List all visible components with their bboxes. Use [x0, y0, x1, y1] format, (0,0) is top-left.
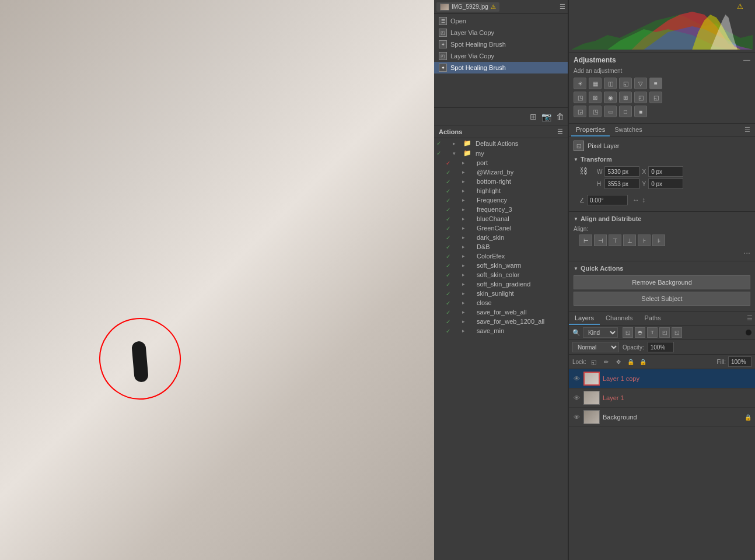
- adj-levels[interactable]: ▦: [589, 78, 602, 89]
- action-group-item[interactable]: ✓ ▸ ColorEfex: [434, 251, 568, 261]
- remove-background-btn[interactable]: Remove Background: [574, 275, 750, 289]
- adj-bw[interactable]: ⊠: [589, 92, 602, 103]
- action-group-item[interactable]: ✓ ▸ Frequency: [434, 195, 568, 205]
- align-right[interactable]: ⊤: [609, 235, 621, 246]
- action-group-item[interactable]: ✓ ▸ bottom-right: [434, 177, 568, 186]
- properties-menu[interactable]: ☰: [742, 124, 753, 136]
- tab-properties[interactable]: Properties: [571, 124, 610, 136]
- align-bottom[interactable]: ⊧: [652, 235, 665, 246]
- align-more[interactable]: ···: [574, 248, 750, 257]
- action-group-item[interactable]: ✓ ▸ skin_sunlight: [434, 289, 568, 298]
- transform-heading[interactable]: ▼ Transform: [574, 156, 750, 163]
- align-heading[interactable]: ▼ Align and Distribute: [574, 215, 750, 222]
- align-left[interactable]: ⊢: [579, 235, 592, 246]
- history-item[interactable]: ◰ Layer Via Copy: [434, 50, 568, 62]
- adj-brightness[interactable]: ☀: [574, 78, 586, 89]
- action-group-item[interactable]: ✓ ▸ soft_skin_warm: [434, 261, 568, 270]
- adj-hue[interactable]: ≡: [649, 78, 662, 89]
- select-subject-btn[interactable]: Select Subject: [574, 292, 750, 306]
- action-group-item[interactable]: ✓ ▸ save_min: [434, 326, 568, 335]
- tab-channels[interactable]: Channels: [600, 312, 638, 325]
- layer-visibility[interactable]: 👁: [572, 394, 581, 402]
- adj-invert[interactable]: ◱: [649, 92, 662, 103]
- action-group-item[interactable]: ✓ ▸ soft_skin_color: [434, 270, 568, 279]
- align-top[interactable]: ⊥: [623, 235, 636, 246]
- x-input[interactable]: [648, 166, 683, 177]
- action-group-item[interactable]: ✓ ▸ D&B: [434, 242, 568, 251]
- flip-icon[interactable]: ↔: [632, 196, 639, 204]
- actions-menu-icon[interactable]: ☰: [557, 128, 563, 135]
- history-item[interactable]: ◰ Layer Via Copy: [434, 27, 568, 38]
- adj-selective-color[interactable]: □: [619, 106, 632, 117]
- filter-toggle-dot[interactable]: [746, 330, 751, 335]
- action-group-item[interactable]: ✓ ▸ highlight: [434, 186, 568, 195]
- y-input[interactable]: [648, 178, 683, 189]
- adj-photo-filter[interactable]: ◉: [604, 92, 617, 103]
- adj-color-lookup[interactable]: ◰: [634, 92, 647, 103]
- layers-menu[interactable]: ☰: [744, 312, 755, 325]
- layer-visibility[interactable]: 👁: [572, 413, 581, 421]
- fill-input[interactable]: [728, 356, 751, 367]
- action-group-item[interactable]: ✓ ▸ soft_skin_gradiend: [434, 279, 568, 289]
- adj-placeholder[interactable]: ■: [634, 106, 647, 117]
- delete-history-icon[interactable]: 🗑: [556, 112, 564, 121]
- lock-transparent[interactable]: ◱: [589, 357, 599, 366]
- adj-gradient-map[interactable]: ▭: [604, 106, 617, 117]
- lock-artboards[interactable]: 🔒: [625, 357, 636, 366]
- filter-select[interactable]: Kind: [583, 327, 618, 338]
- layer-item[interactable]: 👁 Background 🔒: [569, 408, 755, 427]
- opacity-input[interactable]: [648, 342, 674, 352]
- lock-position[interactable]: ✥: [613, 357, 624, 366]
- action-group-item[interactable]: ✓ ▸ GreenCanel: [434, 223, 568, 233]
- adjustments-collapse[interactable]: —: [743, 56, 750, 64]
- adj-threshold[interactable]: ◳: [589, 106, 602, 117]
- history-item[interactable]: ✦ Spot Healing Brush: [434, 38, 568, 50]
- history-menu-icon[interactable]: ☰: [560, 3, 565, 10]
- blend-mode-select[interactable]: Normal: [572, 342, 619, 352]
- chain-icon[interactable]: ⛓: [579, 166, 588, 176]
- action-check: ✓: [446, 244, 452, 250]
- action-group-item[interactable]: ✓ ▸ frequency_3: [434, 205, 568, 214]
- adj-exposure[interactable]: ◱: [619, 78, 632, 89]
- tab-layers[interactable]: Layers: [569, 312, 600, 325]
- filter-type[interactable]: T: [647, 327, 658, 338]
- camera-icon[interactable]: 📷: [541, 112, 551, 121]
- action-group-item[interactable]: ✓ ▸ dark_skin: [434, 233, 568, 242]
- action-group-item[interactable]: ✓ ▾ 📁 my: [434, 148, 568, 158]
- filter-shape[interactable]: ◰: [659, 327, 670, 338]
- tab-swatches[interactable]: Swatches: [610, 124, 647, 136]
- action-group-item[interactable]: ✓ ▸ save_for_web_all: [434, 307, 568, 317]
- action-group-item[interactable]: ✓ ▸ port: [434, 158, 568, 167]
- image-tab[interactable]: IMG_5929.jpg ⚠: [436, 2, 499, 12]
- filter-smart[interactable]: ◱: [672, 327, 682, 338]
- lock-image[interactable]: ✏: [601, 357, 611, 366]
- history-item[interactable]: ✦ Spot Healing Brush: [434, 62, 568, 74]
- action-group-item[interactable]: ✓ ▸ blueChanal: [434, 214, 568, 223]
- w-input[interactable]: [604, 166, 639, 177]
- action-group-item[interactable]: ✓ ▸ close: [434, 298, 568, 307]
- new-snapshot-icon[interactable]: ⊞: [530, 112, 537, 121]
- action-group-item[interactable]: ✓ ▸ 📁 Default Actions: [434, 138, 568, 148]
- lock-all[interactable]: 🔒: [638, 357, 648, 366]
- tab-paths[interactable]: Paths: [639, 312, 667, 325]
- flip-v-icon[interactable]: ↕: [642, 196, 645, 204]
- layer-item[interactable]: 👁 Layer 1 copy: [569, 369, 755, 388]
- history-item[interactable]: ☰ Open: [434, 15, 568, 27]
- h-input[interactable]: [604, 178, 639, 189]
- angle-input[interactable]: [587, 195, 628, 205]
- layer-visibility[interactable]: 👁: [572, 374, 581, 383]
- adj-color-balance[interactable]: ◳: [574, 92, 586, 103]
- adj-posterize[interactable]: ◲: [574, 106, 586, 117]
- adj-vibrance[interactable]: ▽: [634, 78, 647, 89]
- action-check: ✓: [446, 178, 452, 185]
- filter-pixel[interactable]: ◱: [623, 327, 633, 338]
- layer-item[interactable]: 👁 Layer 1: [569, 388, 755, 408]
- adj-channel-mixer[interactable]: ⊞: [619, 92, 632, 103]
- quick-actions-heading[interactable]: ▼ Quick Actions: [574, 265, 750, 272]
- filter-adjustment[interactable]: ◓: [635, 327, 645, 338]
- align-center-v[interactable]: ⊦: [638, 235, 651, 246]
- align-center-h[interactable]: ⊣: [594, 235, 607, 246]
- action-group-item[interactable]: ✓ ▸ save_for_web_1200_all: [434, 317, 568, 326]
- action-group-item[interactable]: ✓ ▸ @Wizard_by: [434, 167, 568, 177]
- adj-curves[interactable]: ◫: [604, 78, 617, 89]
